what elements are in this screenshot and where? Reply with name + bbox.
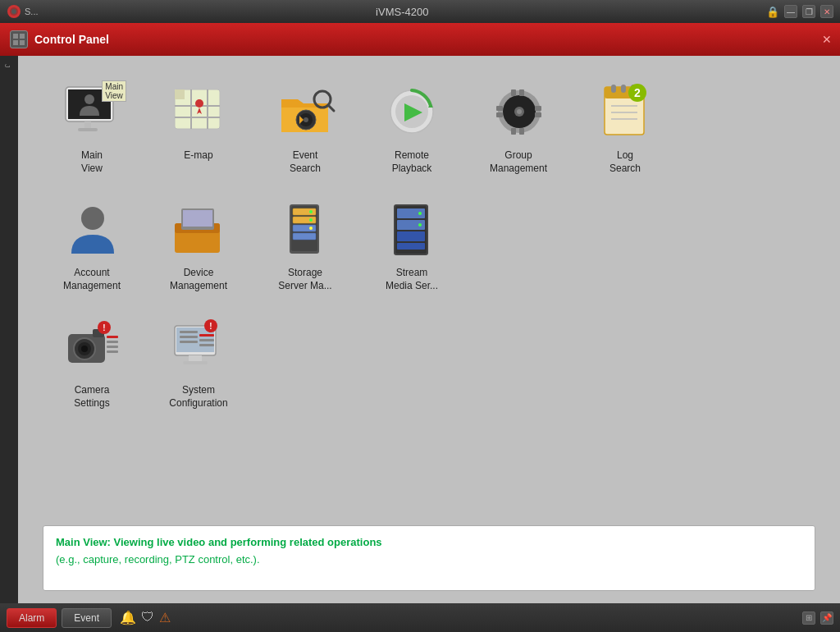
control-panel-title: Control Panel [34, 33, 109, 46]
svg-point-2 [11, 9, 16, 14]
app-title: iVMS-4200 [39, 6, 766, 18]
taskbar-status-icons: 🔔 🛡 ⚠ [120, 610, 171, 625]
camera-settings-label: CameraSettings [74, 384, 109, 410]
svg-rect-30 [519, 128, 524, 135]
svg-point-13 [195, 99, 203, 108]
svg-rect-27 [511, 89, 516, 96]
svg-rect-35 [611, 85, 616, 93]
svg-rect-3 [13, 34, 18, 39]
svg-rect-74 [107, 346, 118, 348]
icon-storage-server[interactable]: StorageServer Ma... [256, 190, 354, 299]
icon-row-3: ! CameraSettings [43, 307, 815, 416]
bell-red-icon[interactable]: 🔔 [120, 610, 136, 625]
system-config-svg: ! [168, 318, 230, 375]
lock-icon[interactable]: 🔒 [766, 6, 779, 18]
icon-account-management[interactable]: AccountManagement [43, 190, 141, 299]
device-management-label: DeviceManagement [170, 267, 227, 292]
shield-icon[interactable]: 🛡 [141, 610, 154, 625]
event-search-icon-box [272, 79, 338, 144]
grid-icon [12, 33, 25, 46]
svg-rect-79 [183, 361, 208, 364]
taskbar-lock-icon[interactable]: ⊞ [802, 611, 815, 625]
alarm-button[interactable]: Alarm [7, 608, 57, 628]
app-icon [7, 4, 21, 19]
svg-text:2: 2 [634, 86, 641, 99]
icon-log-search[interactable]: 2 LogSearch [576, 72, 674, 181]
emap-label: E-map [184, 149, 212, 163]
svg-rect-36 [621, 85, 626, 93]
restore-button[interactable]: ❐ [802, 5, 815, 18]
icon-event-search[interactable]: EventSearch [256, 72, 354, 181]
svg-rect-73 [107, 341, 118, 343]
svg-rect-25 [535, 106, 541, 111]
sidebar-label: J [0, 56, 11, 68]
sidebar-user-text: S... [25, 7, 39, 16]
svg-point-32 [517, 109, 522, 114]
icon-device-management[interactable]: DeviceManagement [149, 190, 248, 299]
svg-point-54 [309, 210, 313, 213]
svg-point-55 [309, 218, 313, 222]
svg-rect-81 [180, 336, 198, 338]
svg-rect-26 [535, 112, 541, 117]
icon-emap[interactable]: E-map [149, 72, 248, 181]
icon-row-2: AccountManagement DeviceMa [43, 190, 815, 299]
svg-rect-5 [13, 40, 18, 45]
taskbar-pin-icon[interactable]: 📌 [820, 611, 833, 625]
main-view-icon-box: MainView [59, 79, 125, 144]
stream-media-svg [381, 200, 443, 258]
event-search-label: EventSearch [290, 149, 321, 175]
info-line-2: (e.g., capture, recording, PTZ control, … [56, 553, 802, 566]
icon-camera-settings[interactable]: ! CameraSettings [43, 307, 141, 416]
device-management-svg [168, 200, 230, 258]
emap-svg [168, 83, 230, 140]
svg-rect-80 [180, 331, 198, 333]
close-button[interactable]: ✕ [820, 5, 833, 18]
svg-rect-78 [189, 355, 202, 361]
camera-settings-svg: ! [62, 318, 123, 375]
log-search-icon-box: 2 [592, 79, 658, 144]
sidebar-strip: J [0, 56, 18, 603]
svg-point-68 [81, 346, 88, 352]
minimize-button[interactable]: — [784, 5, 797, 18]
remote-playback-svg [381, 83, 443, 140]
svg-rect-75 [107, 350, 118, 353]
stream-media-label: StreamMedia Ser... [386, 267, 438, 292]
control-panel-close[interactable]: ✕ [822, 33, 832, 46]
icon-stream-media[interactable]: StreamMedia Ser... [363, 190, 461, 299]
svg-point-63 [418, 212, 422, 215]
account-management-icon-box [59, 196, 125, 262]
icon-remote-playback[interactable]: RemotePlayback [363, 72, 461, 181]
svg-rect-85 [199, 334, 214, 337]
svg-rect-62 [397, 243, 425, 250]
stream-media-icon-box [379, 196, 445, 262]
system-config-label: SystemConfiguration [169, 384, 227, 410]
title-bar: S... iVMS-4200 🔒 — ❐ ✕ [0, 0, 840, 23]
remote-playback-label: RemotePlayback [392, 149, 432, 175]
svg-rect-9 [84, 121, 91, 128]
svg-rect-53 [293, 233, 316, 240]
control-panel-header: Control Panel ✕ [0, 23, 840, 56]
event-button[interactable]: Event [62, 608, 112, 628]
main-content: MainView MainView [18, 56, 840, 603]
svg-rect-28 [519, 89, 524, 96]
info-line-1: Main View: Viewing live video and perfor… [56, 536, 802, 548]
svg-rect-47 [183, 210, 212, 227]
svg-rect-82 [180, 341, 198, 343]
svg-rect-4 [20, 34, 25, 39]
warning-icon[interactable]: ⚠ [159, 610, 171, 625]
svg-point-11 [84, 94, 94, 104]
svg-point-43 [81, 207, 104, 230]
log-search-label: LogSearch [609, 149, 641, 175]
icon-group-management[interactable]: GroupManagement [469, 72, 568, 181]
svg-point-64 [418, 223, 422, 227]
svg-rect-10 [78, 128, 98, 131]
svg-rect-23 [496, 106, 503, 111]
icon-system-config[interactable]: ! SystemConfiguration [149, 307, 248, 416]
svg-point-56 [309, 227, 313, 230]
taskbar: Alarm Event 🔔 🛡 ⚠ ⊞ 📌 [0, 603, 840, 632]
svg-rect-24 [496, 112, 503, 117]
svg-text:!: ! [209, 322, 212, 331]
svg-rect-29 [511, 128, 516, 135]
svg-text:!: ! [103, 323, 105, 332]
icon-main-view[interactable]: MainView MainView [43, 72, 141, 181]
